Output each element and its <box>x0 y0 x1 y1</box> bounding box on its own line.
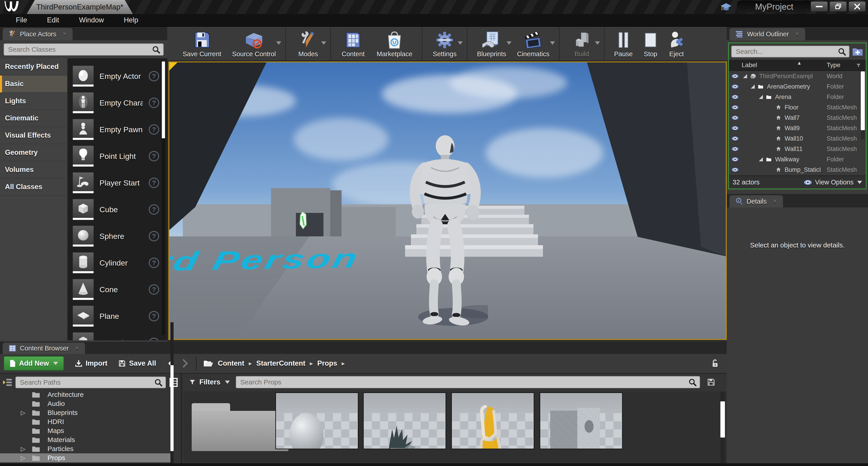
visibility-eye-icon[interactable] <box>731 146 739 152</box>
table-row[interactable]: Wall11 StaticMesh <box>729 144 866 154</box>
menu-window[interactable]: Window <box>69 14 114 26</box>
table-row[interactable]: Arena Folder <box>729 92 866 102</box>
table-row[interactable]: Wall9 StaticMesh <box>729 123 866 133</box>
list-item[interactable]: Empty Charac ? <box>73 90 167 116</box>
modes-dropdown-caret[interactable] <box>321 41 326 45</box>
place-actors-close-icon[interactable]: ✕ <box>62 31 67 37</box>
stop-button[interactable]: Stop <box>638 27 663 61</box>
help-icon[interactable]: ? <box>149 311 159 321</box>
sources-view-options-icon[interactable] <box>168 377 179 388</box>
tree-scrollbar[interactable] <box>170 322 174 466</box>
type-filter-icon[interactable] <box>856 63 862 68</box>
help-icon[interactable]: ? <box>149 231 159 241</box>
expander-icon[interactable] <box>751 85 755 89</box>
source-control-dropdown-caret[interactable] <box>276 41 281 45</box>
list-item[interactable]: Cube ? <box>73 196 167 223</box>
folder-architecture[interactable]: Architecture <box>0 390 181 399</box>
folder-audio[interactable]: Audio <box>0 399 181 408</box>
category-recently-placed[interactable]: Recently Placed <box>0 58 67 75</box>
help-icon[interactable]: ? <box>149 124 159 135</box>
outliner-search-input[interactable] <box>732 46 849 57</box>
table-row[interactable]: Walkway Folder <box>729 154 866 164</box>
search-classes-input[interactable] <box>4 44 163 55</box>
minimize-button[interactable] <box>811 1 828 12</box>
expand-arrow-icon[interactable]: ▷ <box>21 409 25 416</box>
scrollbar-thumb[interactable] <box>720 401 725 437</box>
category-lights[interactable]: Lights <box>0 93 67 110</box>
expander-icon[interactable] <box>743 74 747 78</box>
settings-dropdown-caret[interactable] <box>458 41 463 45</box>
world-outliner-tab[interactable]: World Outliner ✕ <box>730 28 805 40</box>
title-bar[interactable]: ThirdPersonExampleMap* MyProject <box>0 0 868 14</box>
place-actors-tab[interactable]: Place Actors ✕ <box>3 28 72 40</box>
help-icon[interactable]: ? <box>149 284 159 295</box>
build-button[interactable]: Build <box>564 27 600 61</box>
menu-help[interactable]: Help <box>114 14 148 26</box>
save-current-button[interactable]: Save Current <box>177 27 227 61</box>
marketplace-button[interactable]: Marketplace <box>371 27 418 61</box>
folder-blueprints[interactable]: ▷Blueprints <box>0 408 181 417</box>
expand-arrow-icon[interactable]: ▷ <box>21 445 25 453</box>
list-item[interactable]: Cylinder ? <box>73 249 167 276</box>
unlocked-lock-icon[interactable] <box>710 359 719 368</box>
place-actors-scrollbar[interactable] <box>162 61 165 335</box>
cinematics-button[interactable]: Cinematics <box>512 27 555 61</box>
import-button[interactable]: Import <box>75 359 107 368</box>
outliner-view-options[interactable]: View Options <box>803 179 862 186</box>
level-viewport[interactable]: rd Person <box>168 61 727 340</box>
list-item[interactable]: Sphere ? <box>73 223 167 249</box>
close-button[interactable] <box>848 1 866 12</box>
scrollbar-thumb[interactable] <box>162 61 165 138</box>
visibility-eye-icon[interactable] <box>731 115 739 120</box>
column-label[interactable]: Label <box>729 61 757 69</box>
asset-sphere-tile[interactable] <box>275 392 359 449</box>
details-close-icon[interactable]: ✕ <box>773 198 777 205</box>
add-new-button[interactable]: Add New <box>4 356 64 371</box>
visibility-eye-icon[interactable] <box>731 105 739 110</box>
asset-folder-tile[interactable] <box>192 403 288 451</box>
content-button[interactable]: Content <box>335 27 371 61</box>
collapse-sources-icon[interactable] <box>2 378 13 387</box>
create-folder-icon[interactable] <box>852 46 864 57</box>
help-icon[interactable]: ? <box>149 204 159 215</box>
scrollbar-thumb[interactable] <box>861 71 865 130</box>
content-browser-tab[interactable]: Content Browser ✕ <box>3 343 85 354</box>
asset-concrete-block-tile[interactable] <box>539 392 623 449</box>
asset-plant-tile[interactable] <box>363 392 446 449</box>
save-search-icon[interactable] <box>707 378 715 386</box>
list-item[interactable]: Point Light ? <box>73 143 167 169</box>
content-browser-close-icon[interactable]: ✕ <box>74 345 79 351</box>
visibility-eye-icon[interactable] <box>731 94 739 100</box>
category-volumes[interactable]: Volumes <box>0 161 67 179</box>
help-icon[interactable]: ? <box>149 178 159 188</box>
visibility-eye-icon[interactable] <box>731 125 739 131</box>
visibility-eye-icon[interactable] <box>731 167 739 173</box>
list-item[interactable]: Cone ? <box>73 276 167 303</box>
restore-button[interactable] <box>830 1 847 12</box>
help-icon[interactable]: ? <box>149 151 159 161</box>
table-row[interactable]: Floor StaticMesh <box>729 102 866 113</box>
search-assets-input[interactable] <box>236 376 700 388</box>
filters-button[interactable]: Filters <box>199 378 220 386</box>
list-item[interactable]: Plane ? <box>73 303 167 330</box>
blueprints-button[interactable]: Blueprints <box>471 27 512 61</box>
category-basic[interactable]: Basic <box>0 75 67 93</box>
details-tab[interactable]: i Details ✕ <box>730 195 783 208</box>
expander-icon[interactable] <box>759 95 763 99</box>
list-item[interactable]: Box Trigger ? <box>73 330 167 340</box>
help-icon[interactable]: ? <box>149 98 159 108</box>
visibility-eye-icon[interactable] <box>731 73 739 79</box>
table-row[interactable]: Bump_StaticI StaticMesh <box>729 164 866 175</box>
category-cinematic[interactable]: Cinematic <box>0 110 67 127</box>
folder-props[interactable]: ▷Props <box>0 453 171 462</box>
list-item[interactable]: Player Start ? <box>73 169 167 196</box>
source-control-button[interactable]: Source Control <box>227 27 281 61</box>
menu-edit[interactable]: Edit <box>37 14 69 26</box>
table-row[interactable]: Wall10 StaticMesh <box>729 133 866 144</box>
folder-materials[interactable]: Materials <box>0 435 181 444</box>
sort-ascending-icon[interactable]: ▲ <box>797 60 802 66</box>
expand-arrow-icon[interactable]: ▷ <box>21 455 25 462</box>
breadcrumb-props[interactable]: Props <box>317 359 337 368</box>
category-geometry[interactable]: Geometry <box>0 144 67 161</box>
eject-button[interactable]: Eject <box>663 27 690 61</box>
